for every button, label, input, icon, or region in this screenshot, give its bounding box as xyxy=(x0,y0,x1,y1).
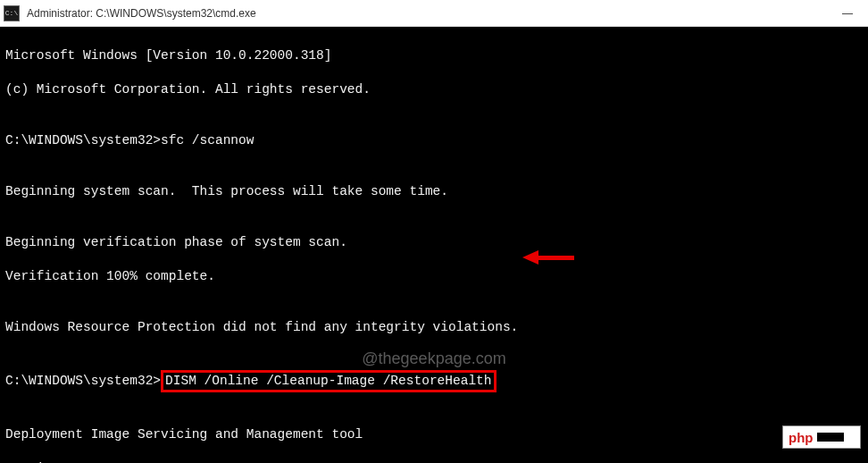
cmd-icon: C:\ xyxy=(4,5,20,21)
prompt-sfc: C:\WINDOWS\system32>sfc /scannow xyxy=(5,132,863,149)
banner-copyright: (c) Microsoft Corporation. All rights re… xyxy=(5,81,863,98)
title-bar[interactable]: C:\ Administrator: C:\WINDOWS\system32\c… xyxy=(0,0,868,27)
red-arrow-annotation xyxy=(522,250,574,265)
banner-version: Microsoft Windows [Version 10.0.22000.31… xyxy=(5,47,863,64)
php-logo-badge: php xyxy=(782,425,861,449)
arrow-head-icon xyxy=(522,250,538,265)
arrow-body-icon xyxy=(538,256,574,260)
window-controls: — xyxy=(841,7,864,20)
dism-command: DISM /Online /Cleanup-Image /RestoreHeal… xyxy=(165,374,491,388)
verify-complete: Verification 100% complete. xyxy=(5,268,863,285)
dism-title: Deployment Image Servicing and Managemen… xyxy=(5,426,863,443)
prompt-path: C:\WINDOWS\system32> xyxy=(5,374,161,388)
logo-black-box xyxy=(817,433,844,442)
scan-begin: Beginning system scan. This process will… xyxy=(5,183,863,200)
php-logo-text: php xyxy=(789,429,814,446)
watermark-text: @thegeekpage.com xyxy=(362,350,505,367)
sfc-command: sfc /scannow xyxy=(161,133,254,147)
prompt-path: C:\WINDOWS\system32> xyxy=(5,133,161,147)
verify-begin: Beginning verification phase of system s… xyxy=(5,234,863,251)
command-prompt-window: C:\ Administrator: C:\WINDOWS\system32\c… xyxy=(0,0,868,463)
dism-command-highlight: DISM /Online /Cleanup-Image /RestoreHeal… xyxy=(161,370,496,392)
terminal-output[interactable]: Microsoft Windows [Version 10.0.22000.31… xyxy=(0,27,868,463)
minimize-button[interactable]: — xyxy=(841,7,854,20)
prompt-dism: C:\WINDOWS\system32>DISM /Online /Cleanu… xyxy=(5,370,863,392)
window-title: Administrator: C:\WINDOWS\system32\cmd.e… xyxy=(27,7,256,20)
wrp-result: Windows Resource Protection did not find… xyxy=(5,319,863,336)
